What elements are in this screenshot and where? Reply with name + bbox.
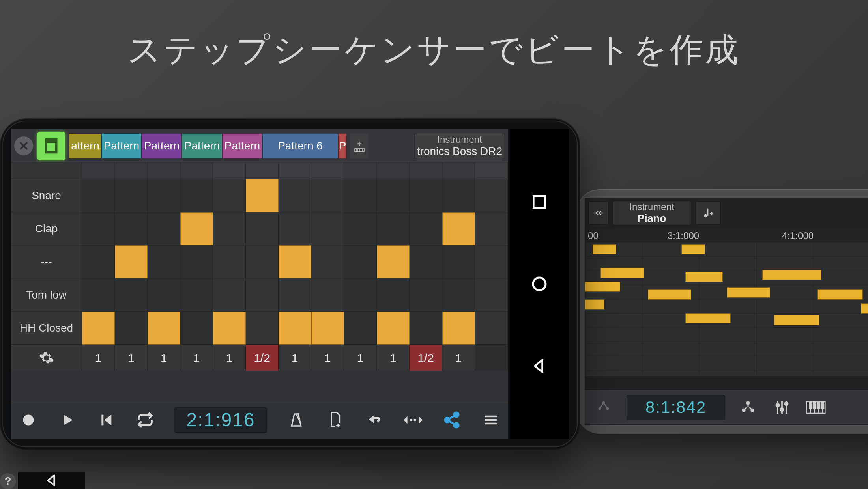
track-label[interactable]: Snare — [11, 179, 82, 212]
step-cell[interactable] — [410, 179, 442, 212]
step-cell[interactable] — [246, 179, 279, 212]
rewind-button[interactable] — [97, 409, 116, 431]
pattern-tab[interactable]: Pattern 6 — [263, 134, 338, 158]
step-cell[interactable] — [279, 312, 311, 345]
fx-icon[interactable] — [737, 396, 759, 418]
step-cell[interactable] — [344, 179, 377, 212]
pattern-tab[interactable]: Pattern — [182, 134, 222, 158]
menu-button[interactable] — [481, 409, 500, 431]
track-label[interactable]: Clap — [11, 212, 82, 245]
step-cell[interactable] — [213, 212, 246, 245]
velocity-cell[interactable]: 1/2 — [410, 345, 442, 371]
step-cell[interactable] — [180, 179, 213, 212]
undo-button[interactable] — [365, 409, 384, 431]
step-cell[interactable] — [344, 212, 377, 245]
step-cell[interactable] — [279, 212, 311, 245]
step-cell[interactable] — [115, 245, 148, 278]
step-cell[interactable] — [148, 212, 180, 245]
step-cell[interactable] — [311, 312, 344, 345]
step-cell[interactable] — [344, 312, 377, 345]
pattern-tab[interactable]: P — [339, 134, 346, 158]
step-cell[interactable] — [279, 179, 311, 212]
share-button[interactable] — [442, 409, 462, 431]
step-cell[interactable] — [442, 278, 475, 312]
step-cell[interactable] — [246, 245, 279, 278]
velocity-cell[interactable]: 1 — [442, 345, 475, 371]
step-cell[interactable] — [82, 312, 115, 345]
step-cell[interactable] — [180, 278, 213, 312]
close-button[interactable] — [14, 136, 33, 155]
step-cell[interactable] — [442, 212, 475, 245]
instrument-selector[interactable]: Instrument tronics Boss DR2 — [414, 133, 505, 159]
step-cell[interactable] — [180, 312, 213, 345]
step-cell[interactable] — [148, 312, 180, 345]
step-cell[interactable] — [246, 212, 279, 245]
velocity-cell[interactable]: 1 — [148, 345, 180, 371]
step-cell[interactable] — [344, 245, 377, 278]
step-cell[interactable] — [115, 212, 148, 245]
step-cell[interactable] — [279, 245, 311, 278]
midi-note[interactable] — [817, 289, 863, 300]
step-cell[interactable] — [82, 212, 115, 245]
step-cell[interactable] — [246, 312, 279, 345]
track-label[interactable]: HH Closed — [11, 312, 82, 345]
midi-note[interactable] — [585, 282, 620, 292]
step-cell[interactable] — [442, 312, 475, 345]
velocity-cell[interactable]: 1/2 — [246, 345, 279, 371]
add-pattern-button[interactable]: ＋ — [350, 134, 369, 158]
midi-note[interactable] — [774, 315, 819, 325]
velocity-cell[interactable]: 1 — [377, 345, 410, 371]
velocity-cell[interactable]: 1 — [213, 345, 246, 371]
step-cell[interactable] — [311, 212, 344, 245]
step-cell[interactable] — [475, 212, 508, 245]
step-grid[interactable] — [82, 162, 508, 345]
step-cell[interactable] — [148, 179, 180, 212]
step-cell[interactable] — [475, 179, 508, 212]
step-cell[interactable] — [410, 212, 442, 245]
timeline-ruler[interactable]: 003:1:0004:1:0005:1: — [585, 228, 868, 242]
track-label[interactable]: Tom low — [11, 278, 82, 312]
step-cell[interactable] — [311, 278, 344, 312]
midi-note[interactable] — [681, 244, 705, 254]
step-cell[interactable] — [377, 278, 410, 312]
step-cell[interactable] — [115, 278, 148, 312]
pattern-tab[interactable]: Pattern — [102, 134, 141, 158]
snap-button[interactable] — [589, 201, 608, 225]
metronome-button[interactable] — [287, 409, 306, 431]
step-cell[interactable] — [213, 312, 246, 345]
stretch-button[interactable] — [403, 409, 423, 431]
background-nav-back-icon[interactable] — [18, 472, 85, 489]
midi-note[interactable] — [861, 303, 868, 314]
instrument-selector[interactable]: Instrument Piano — [612, 201, 691, 225]
record-button[interactable] — [19, 409, 38, 431]
pattern-tab[interactable]: attern — [69, 134, 101, 158]
step-cell[interactable] — [115, 179, 148, 212]
midi-note[interactable] — [585, 299, 604, 310]
step-cell[interactable] — [475, 245, 508, 278]
step-cell[interactable] — [442, 179, 475, 212]
keyboard-icon[interactable] — [805, 396, 827, 418]
midi-note[interactable] — [648, 289, 691, 300]
loop-button[interactable] — [136, 409, 155, 431]
velocity-cell[interactable]: 1 — [115, 345, 148, 371]
pattern-tab[interactable]: Pattern — [142, 134, 181, 158]
velocity-cell[interactable]: 1 — [344, 345, 377, 371]
step-cell[interactable] — [115, 312, 148, 345]
midi-note[interactable] — [762, 270, 821, 280]
mixer-icon[interactable] — [771, 396, 793, 418]
midi-note[interactable] — [685, 313, 731, 323]
step-cell[interactable] — [377, 179, 410, 212]
nav-back-icon[interactable] — [528, 354, 551, 378]
step-cell[interactable] — [377, 312, 410, 345]
note-length-button[interactable] — [695, 201, 720, 225]
add-track-button[interactable] — [326, 409, 345, 431]
step-cell[interactable] — [311, 179, 344, 212]
step-cell[interactable] — [377, 245, 410, 278]
piano-roll[interactable] — [585, 242, 868, 376]
step-cell[interactable] — [344, 278, 377, 312]
time-display[interactable]: 8:1:842 — [627, 395, 725, 420]
step-cell[interactable] — [410, 278, 442, 312]
time-display[interactable]: 2:1:916 — [174, 407, 267, 433]
settings-button[interactable] — [11, 345, 82, 371]
step-cell[interactable] — [410, 245, 442, 278]
